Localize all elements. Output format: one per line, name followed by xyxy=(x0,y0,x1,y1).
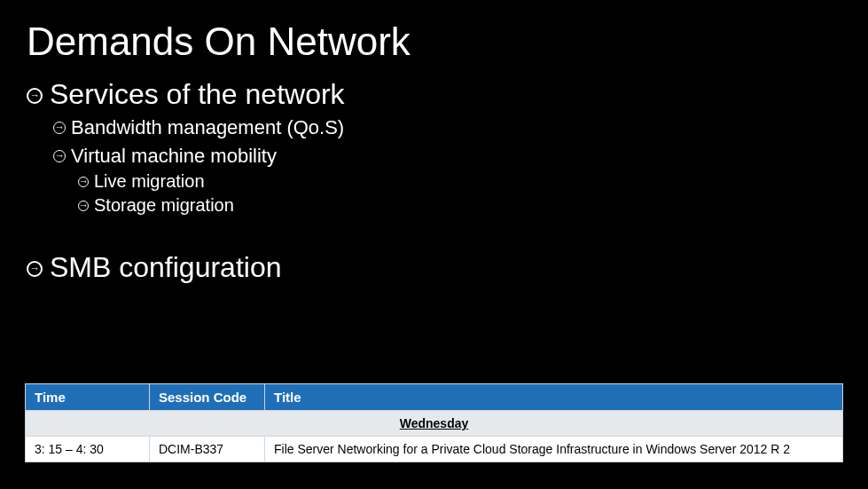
arrow-circle-icon xyxy=(78,201,89,211)
bullet-text: Storage migration xyxy=(94,195,234,216)
cell-title: File Server Networking for a Private Clo… xyxy=(265,437,843,462)
day-cell: Wednesday xyxy=(26,411,843,437)
arrow-circle-icon xyxy=(53,150,66,162)
arrow-circle-icon xyxy=(27,88,43,104)
header-code: Session Code xyxy=(150,384,265,411)
header-time: Time xyxy=(26,384,150,411)
bullet-smb: SMB configuration xyxy=(27,251,868,284)
arrow-circle-icon xyxy=(27,261,43,277)
bullet-bandwidth: Bandwidth management (Qo.S) xyxy=(53,116,868,139)
spacer xyxy=(27,216,868,246)
slide-content: Services of the network Bandwidth manage… xyxy=(0,64,868,284)
session-table: Time Session Code Title Wednesday 3: 15 … xyxy=(25,383,843,462)
bullet-live-migration: Live migration xyxy=(78,171,868,192)
cell-code: DCIM-B337 xyxy=(150,437,265,462)
bullet-text: SMB configuration xyxy=(50,251,281,284)
slide: Demands On Network Services of the netwo… xyxy=(0,0,868,489)
bullet-vm-mobility: Virtual machine mobility xyxy=(53,145,868,168)
table-header-row: Time Session Code Title xyxy=(26,384,843,411)
table-day-row: Wednesday xyxy=(26,411,843,437)
header-title: Title xyxy=(265,384,843,411)
arrow-circle-icon xyxy=(78,177,89,187)
bullet-text: Bandwidth management (Qo.S) xyxy=(71,116,344,139)
cell-time: 3: 15 – 4: 30 xyxy=(26,437,150,462)
arrow-circle-icon xyxy=(53,122,66,134)
bullet-text: Virtual machine mobility xyxy=(71,145,277,168)
bullet-text: Live migration xyxy=(94,171,205,192)
table-row: 3: 15 – 4: 30 DCIM-B337 File Server Netw… xyxy=(26,437,843,462)
bullet-storage-migration: Storage migration xyxy=(78,195,868,216)
slide-title: Demands On Network xyxy=(0,0,868,64)
bullet-text: Services of the network xyxy=(50,78,345,111)
session-table-wrap: Time Session Code Title Wednesday 3: 15 … xyxy=(25,383,843,462)
bullet-services: Services of the network xyxy=(27,78,868,111)
